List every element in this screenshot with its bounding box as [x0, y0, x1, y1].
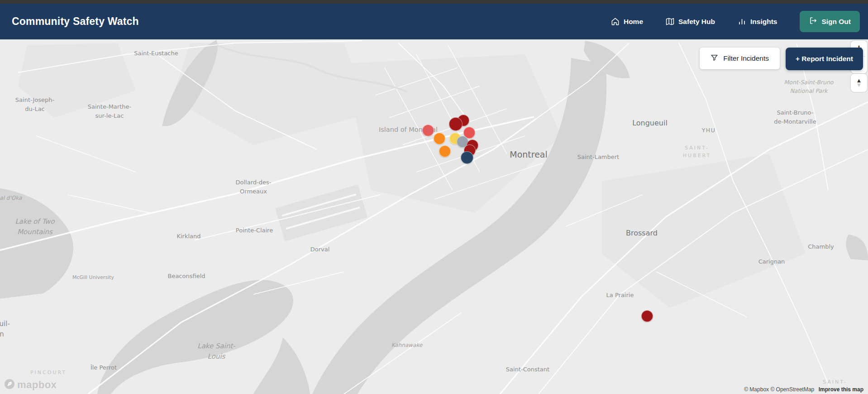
filter-incidents-button[interactable]: Filter Incidents	[700, 48, 780, 69]
home-icon	[611, 17, 620, 26]
filter-incidents-label: Filter Incidents	[723, 54, 769, 62]
compass-south-icon: ▼	[856, 83, 862, 87]
app-title: Community Safety Watch	[12, 15, 139, 28]
report-incident-label: + Report Incident	[796, 55, 853, 62]
main-nav: Home Safety Hub Insights Sign Out	[611, 11, 860, 32]
incident-marker[interactable]	[439, 145, 451, 157]
nav-item-label: Home	[624, 18, 643, 26]
improve-map-link[interactable]: Improve this map	[819, 386, 863, 393]
attribution-osm-link[interactable]: © OpenStreetMap	[770, 386, 814, 393]
mapbox-logo-icon	[4, 378, 15, 392]
attribution-mapbox-link[interactable]: © Mapbox	[744, 386, 769, 393]
sign-out-label: Sign Out	[821, 18, 851, 26]
nav-item-label: Insights	[750, 18, 777, 26]
logout-icon	[809, 16, 817, 27]
mapbox-logo[interactable]: mapbox	[4, 378, 57, 392]
bar-chart-icon	[738, 17, 746, 26]
nav-item-insights[interactable]: Insights	[738, 17, 777, 26]
nav-item-safety-hub[interactable]: Safety Hub	[666, 17, 715, 26]
browser-chrome-strip	[0, 0, 868, 4]
map-action-buttons: Filter Incidents + Report Incident	[700, 48, 863, 70]
incident-marker[interactable]	[434, 133, 445, 144]
incident-marker[interactable]	[422, 125, 434, 136]
incident-marker[interactable]	[461, 151, 473, 164]
report-incident-button[interactable]: + Report Incident	[786, 48, 863, 70]
map-icon	[666, 17, 674, 26]
map-attribution: © Mapbox © OpenStreetMap Improve this ma…	[742, 386, 865, 393]
incident-marker[interactable]	[641, 310, 653, 322]
map-viewport[interactable]: Saint-EustacheSaint-Joseph- du-LacSainte…	[0, 39, 868, 394]
compass-control[interactable]: ▲ ▼	[851, 74, 867, 92]
app-header: Community Safety Watch Home Safety Hub I…	[0, 4, 868, 39]
incident-marker[interactable]	[449, 117, 463, 131]
nav-item-home[interactable]: Home	[611, 17, 643, 26]
nav-item-label: Safety Hub	[678, 18, 715, 26]
map-canvas[interactable]	[0, 39, 868, 394]
funnel-icon	[711, 54, 718, 63]
sign-out-button[interactable]: Sign Out	[800, 11, 860, 32]
mapbox-wordmark: mapbox	[17, 379, 57, 391]
